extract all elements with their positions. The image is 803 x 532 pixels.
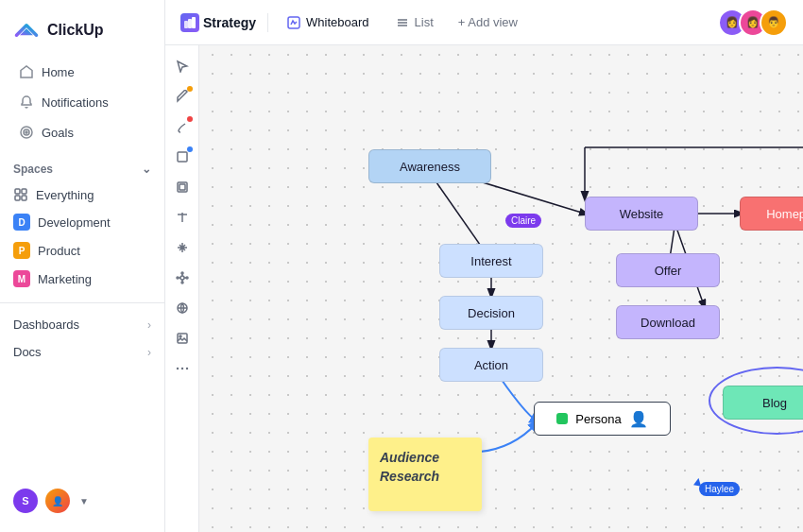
pen-icon [176, 90, 189, 103]
image-tool[interactable] [169, 325, 196, 352]
pen-dot [187, 86, 193, 92]
node-homepage-label: Homepage [766, 207, 803, 221]
persona-dot [556, 413, 568, 424]
app-name: ClickUp [47, 22, 104, 39]
note-label: Audience Research [380, 450, 439, 484]
svg-rect-14 [178, 152, 187, 162]
add-view-button[interactable]: + Add view [449, 9, 527, 35]
node-download-label: Download [641, 316, 695, 330]
whiteboard-canvas[interactable]: Awareness Interest Decision Action Websi… [165, 45, 803, 532]
pen-tool[interactable] [169, 83, 196, 110]
sidebar: ClickUp Home Notifications Goals Spaces … [0, 0, 165, 532]
audience-research-note[interactable]: Audience Research [368, 438, 482, 511]
sidebar-item-goals[interactable]: Goals [6, 118, 159, 146]
svg-point-33 [185, 368, 187, 369]
add-view-label: + Add view [458, 15, 518, 29]
user-menu-chevron[interactable]: ▼ [79, 496, 89, 506]
main-area: Strategy Whiteboard List + Add view 👩 👩 … [165, 0, 803, 532]
user-avatar-s: S [13, 489, 38, 513]
spaces-header[interactable]: Spaces ⌄ [6, 157, 159, 181]
node-awareness[interactable]: Awareness [368, 149, 491, 183]
cursor-claire: Claire [505, 214, 541, 228]
sidebar-item-product[interactable]: P Product [6, 236, 159, 265]
cursor-haylee: Haylee [699, 482, 740, 496]
everything-icon [13, 187, 28, 202]
cursor-tool[interactable] [169, 53, 196, 79]
svg-point-30 [179, 335, 181, 337]
image-icon [176, 332, 189, 345]
node-offer[interactable]: Offer [616, 253, 720, 287]
sidebar-item-home[interactable]: Home [6, 58, 159, 86]
frame-tool[interactable] [169, 174, 196, 200]
tab-label-whiteboard: Whiteboard [306, 15, 368, 29]
chevron-right-icon-docs: › [147, 346, 151, 359]
persona-emoji: 👤 [629, 410, 648, 428]
svg-point-20 [181, 272, 183, 274]
svg-rect-8 [188, 19, 192, 28]
svg-point-23 [177, 277, 179, 279]
node-interest[interactable]: Interest [439, 244, 543, 278]
home-icon [19, 64, 34, 79]
chevron-right-icon: › [147, 318, 151, 332]
header-avatars: 👩 👩 👨 [718, 9, 788, 37]
sidebar-label-development: Development [38, 215, 111, 230]
sidebar-label-docs: Docs [13, 345, 42, 359]
node-persona[interactable]: Persona 👤 [534, 402, 671, 436]
clickup-logo-icon [13, 17, 40, 43]
user-avatar-photo: 👤 [45, 489, 70, 513]
node-blog-label: Blog [762, 396, 787, 410]
globe-tool[interactable] [169, 295, 196, 321]
node-action[interactable]: Action [439, 348, 543, 382]
sidebar-label-home: Home [42, 65, 75, 79]
node-awareness-label: Awareness [400, 160, 460, 174]
svg-rect-3 [15, 189, 20, 194]
svg-point-19 [180, 276, 184, 280]
user-area[interactable]: S 👤 ▼ [0, 479, 164, 523]
svg-point-32 [180, 368, 182, 369]
sidebar-label-dashboards: Dashboards [13, 317, 79, 332]
globe-icon [176, 301, 189, 315]
svg-rect-4 [22, 189, 26, 194]
node-decision-label: Decision [468, 306, 515, 320]
hub-tool[interactable] [169, 265, 196, 291]
strategy-label: Strategy [203, 15, 256, 30]
tab-whiteboard[interactable]: Whiteboard [276, 9, 380, 35]
sidebar-item-notifications[interactable]: Notifications [6, 88, 159, 116]
sidebar-item-dashboards[interactable]: Dashboards › [6, 311, 159, 338]
chevron-icon: ⌄ [142, 163, 151, 176]
node-decision[interactable]: Decision [439, 296, 543, 330]
svg-rect-7 [184, 21, 188, 28]
sparkle-icon [176, 241, 189, 254]
svg-point-31 [176, 368, 178, 369]
brush-icon [176, 120, 189, 133]
more-tool[interactable] [169, 355, 196, 382]
node-website-label: Website [620, 207, 664, 221]
list-icon [396, 16, 409, 29]
header-avatar-3: 👨 [760, 9, 788, 37]
dots-icon [176, 362, 189, 375]
node-homepage[interactable]: Homepage [740, 197, 803, 231]
toolbar [165, 45, 199, 532]
node-download[interactable]: Download [616, 305, 720, 339]
node-website[interactable]: Website [585, 197, 698, 231]
node-persona-label: Persona [575, 412, 621, 426]
svg-point-21 [186, 277, 188, 279]
shape-tool[interactable] [169, 144, 196, 170]
spaces-section: Spaces ⌄ Everything D Development P Prod… [0, 157, 164, 293]
sparkle-tool[interactable] [169, 234, 196, 261]
brush-tool[interactable] [169, 113, 196, 140]
tab-list[interactable]: List [384, 9, 445, 35]
sidebar-item-everything[interactable]: Everything [6, 181, 159, 208]
sidebar-label-notifications: Notifications [42, 95, 109, 110]
text-icon [176, 211, 189, 224]
hub-icon [176, 271, 189, 284]
node-blog[interactable]: Blog [723, 386, 803, 420]
product-dot: P [13, 242, 30, 259]
sidebar-item-marketing[interactable]: M Marketing [6, 265, 159, 293]
logo[interactable]: ClickUp [0, 9, 164, 57]
sidebar-item-development[interactable]: D Development [6, 208, 159, 236]
svg-point-22 [181, 282, 183, 283]
text-tool[interactable] [169, 204, 196, 231]
goals-icon [19, 125, 34, 140]
sidebar-item-docs[interactable]: Docs › [6, 338, 159, 366]
